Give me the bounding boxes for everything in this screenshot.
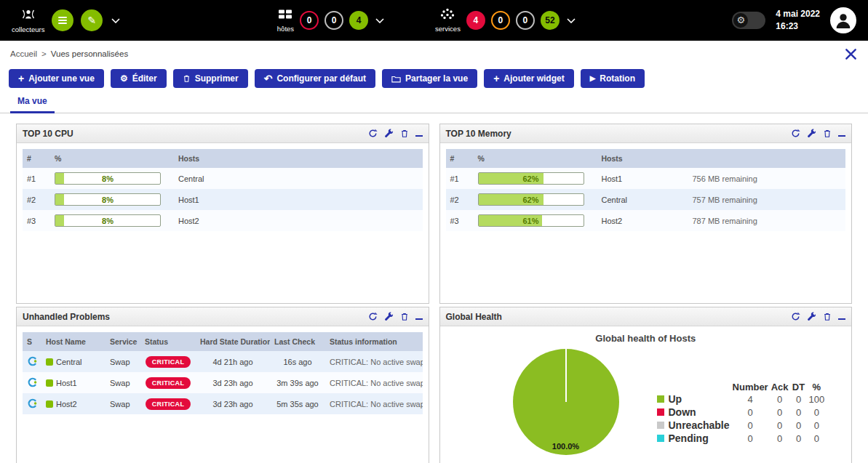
- collectors-menu[interactable]: collecteurs: [12, 8, 44, 33]
- toolbar: + Ajouter une vue ⚙ Éditer Supprimer ↶ C…: [0, 67, 868, 90]
- rank-cell: #2: [446, 189, 474, 210]
- wrench-icon[interactable]: [807, 129, 816, 138]
- rotation-button[interactable]: ▶ Rotation: [581, 69, 645, 88]
- refresh-icon[interactable]: [791, 129, 800, 138]
- edit-button[interactable]: ⚙ Éditer: [111, 69, 167, 88]
- widget-header: TOP 10 Memory: [440, 124, 852, 143]
- rotation-label: Rotation: [600, 73, 635, 84]
- clock-date: 4 mai 2022: [776, 8, 820, 20]
- service-cell[interactable]: Swap: [105, 372, 140, 393]
- collectors-icon: [20, 8, 36, 23]
- user-avatar[interactable]: [830, 7, 856, 33]
- breadcrumb-home[interactable]: Accueil: [10, 49, 37, 58]
- table-row: #1 62% Host1 756 MB remaining: [446, 168, 846, 189]
- host-cell[interactable]: Host2: [174, 210, 423, 231]
- refresh-icon[interactable]: [791, 312, 800, 321]
- host-cell[interactable]: Host2: [597, 210, 688, 231]
- services-critical-badge[interactable]: 4: [466, 11, 485, 30]
- trash-icon[interactable]: [823, 312, 832, 321]
- legend-label: Pending: [669, 432, 709, 444]
- plus-icon: +: [18, 73, 24, 84]
- cpu-progress-bar: 8%: [55, 172, 161, 185]
- delete-button[interactable]: Supprimer: [173, 69, 248, 88]
- widget-title: TOP 10 CPU: [23, 129, 73, 139]
- centreon-dashboard: collecteurs ✎ hôtes 0 0 4: [0, 0, 868, 463]
- duration-cell: 3d 23h ago: [196, 372, 270, 393]
- services-chevron-down-icon[interactable]: [565, 18, 577, 23]
- services-warning-badge[interactable]: 0: [491, 11, 510, 30]
- service-cell[interactable]: Swap: [105, 393, 140, 414]
- add-view-button[interactable]: + Ajouter une vue: [9, 69, 104, 88]
- pending-swatch: [657, 435, 664, 442]
- tools-icon[interactable]: [844, 47, 858, 61]
- configure-default-button[interactable]: ↶ Configurer par défaut: [255, 69, 375, 88]
- col-last-check: Last Check: [270, 332, 325, 351]
- hosts-up-badge[interactable]: 4: [349, 11, 368, 30]
- minimize-icon[interactable]: [838, 313, 845, 320]
- host-cell[interactable]: Central: [597, 189, 688, 210]
- configure-default-label: Configurer par défaut: [276, 73, 366, 84]
- host-name[interactable]: Host1: [56, 379, 77, 387]
- refresh-icon[interactable]: [368, 129, 378, 138]
- widget-title: TOP 10 Memory: [446, 129, 511, 139]
- legend-header-ack: Ack: [770, 382, 790, 392]
- widget-body: # % Hosts #1 62% Host1 756 MB r: [440, 149, 852, 304]
- clock-time: 16:23: [776, 20, 820, 33]
- breadcrumb-current[interactable]: Vues personnalisées: [51, 49, 128, 58]
- theme-toggle[interactable]: ⚙: [732, 12, 765, 29]
- export-config-icon[interactable]: ✎: [81, 9, 103, 31]
- share-icon: [391, 75, 401, 83]
- hosts-unreachable-badge[interactable]: 0: [324, 11, 343, 30]
- host-name[interactable]: Host2: [56, 400, 77, 408]
- hosts-menu[interactable]: hôtes: [277, 9, 294, 33]
- legend-row-unreachable: Unreachable 0 0 0 0: [656, 419, 827, 432]
- minimize-icon[interactable]: [838, 130, 845, 137]
- trash-icon[interactable]: [400, 312, 409, 321]
- collectors-label: collecteurs: [12, 25, 44, 33]
- minimize-icon[interactable]: [415, 313, 423, 320]
- widget-body: # % Hosts #1 8% Central: [17, 149, 429, 304]
- health-legend: Number Ack DT % Up 4 0 0: [656, 382, 827, 445]
- col-duration: Hard State Duration: [196, 332, 270, 351]
- host-cell[interactable]: Central: [174, 168, 423, 189]
- services-ok-badge[interactable]: 52: [541, 11, 560, 30]
- host-name[interactable]: Central: [56, 358, 81, 366]
- undo-icon: ↶: [264, 73, 273, 84]
- trash-icon[interactable]: [823, 129, 832, 138]
- share-view-button[interactable]: Partager la vue: [382, 69, 477, 88]
- memory-table: # % Hosts #1 62% Host1 756 MB r: [446, 149, 846, 231]
- legend-label: Up: [669, 393, 682, 405]
- memory-progress-bar: 61%: [478, 214, 584, 227]
- host-status-square: [46, 379, 53, 387]
- tab-ma-vue[interactable]: Ma vue: [10, 92, 55, 113]
- service-cell[interactable]: Swap: [105, 351, 140, 372]
- collectors-chevron-down-icon[interactable]: [110, 18, 122, 23]
- add-widget-button[interactable]: + Ajouter widget: [484, 69, 574, 88]
- minimize-icon[interactable]: [415, 130, 423, 137]
- legend-label: Unreachable: [669, 419, 730, 431]
- trash-icon[interactable]: [400, 129, 409, 138]
- widget-body: S Host Name Service Status Hard State Du…: [17, 332, 429, 463]
- table-row: #2 62% Central 757 MB remaining: [446, 189, 846, 210]
- host-cell[interactable]: Host1: [597, 168, 688, 189]
- header-right-group: ⚙ 4 mai 2022 16:23: [732, 7, 856, 33]
- host-cell[interactable]: Host1: [174, 189, 423, 210]
- widget-top10-memory: TOP 10 Memory # %: [439, 124, 853, 304]
- legend-row-pending: Pending 0 0 0 0: [656, 432, 827, 445]
- wrench-icon[interactable]: [384, 312, 394, 321]
- add-view-label: Ajouter une vue: [28, 73, 95, 84]
- centreon-logo-icon: [27, 356, 37, 366]
- remaining-cell: 787 MB remaining: [688, 210, 846, 231]
- table-row: Host2 Swap CRITICAL 3d 23h ago 5m 35s ag…: [23, 393, 423, 414]
- wrench-icon[interactable]: [384, 129, 394, 138]
- poller-config-icon[interactable]: [52, 9, 73, 31]
- hosts-chevron-down-icon[interactable]: [374, 18, 386, 23]
- services-menu[interactable]: services: [435, 8, 461, 33]
- hosts-down-badge[interactable]: 0: [300, 11, 319, 30]
- dashboard-content: TOP 10 CPU # %: [0, 113, 868, 463]
- table-row: #3 8% Host2: [23, 210, 423, 231]
- delete-label: Supprimer: [195, 73, 239, 84]
- wrench-icon[interactable]: [807, 312, 816, 321]
- services-unknown-badge[interactable]: 0: [516, 11, 535, 30]
- refresh-icon[interactable]: [368, 312, 378, 321]
